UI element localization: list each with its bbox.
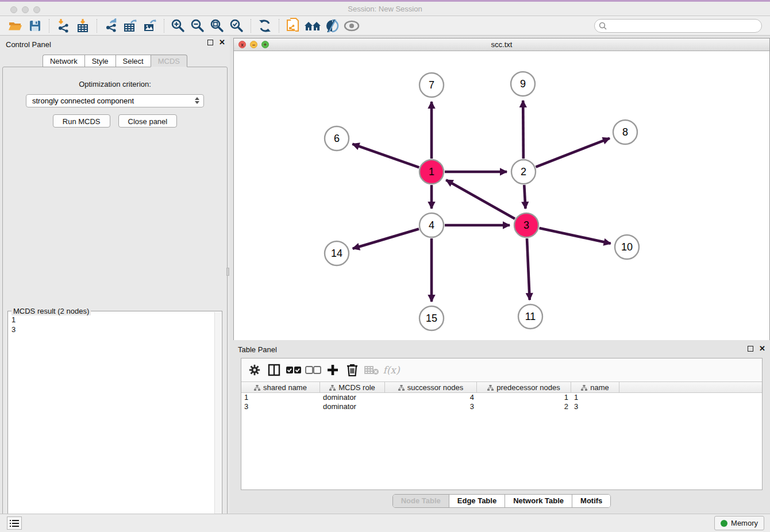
criterion-value: strongly connected component: [32, 97, 134, 105]
node-15[interactable]: 15: [419, 306, 444, 330]
deselect-all-icon[interactable]: [305, 361, 322, 379]
control-panel-header: Control Panel ✕: [0, 36, 230, 53]
new-network-from-selection-icon[interactable]: [283, 18, 303, 34]
add-row-icon[interactable]: [324, 361, 341, 379]
table-cell[interactable]: 3: [571, 402, 619, 411]
svg-text:15: 15: [426, 313, 437, 324]
node-10[interactable]: 10: [615, 235, 639, 259]
criterion-select[interactable]: strongly connected component: [26, 94, 204, 107]
first-neighbors-icon[interactable]: [303, 18, 322, 34]
select-arrows-icon: [195, 97, 199, 104]
edge-2-3[interactable]: [524, 185, 525, 209]
node-table: shared nameMCDS rolesuccessor nodesprede…: [241, 381, 762, 411]
close-panel-icon[interactable]: ✕: [219, 40, 225, 45]
open-session-icon[interactable]: [6, 18, 25, 34]
node-table-header-row: shared nameMCDS rolesuccessor nodesprede…: [241, 382, 762, 393]
search-input[interactable]: [594, 19, 762, 33]
close-table-panel-icon[interactable]: ✕: [759, 346, 765, 352]
memory-button[interactable]: Memory: [714, 516, 764, 530]
select-all-icon[interactable]: [285, 361, 302, 379]
node-6[interactable]: 6: [325, 126, 349, 151]
svg-text:10: 10: [621, 241, 633, 253]
table-tab-edge-table[interactable]: Edge Table: [449, 495, 505, 507]
edge-1-6[interactable]: [352, 144, 419, 168]
control-panel-title: Control Panel: [6, 40, 51, 49]
table-row[interactable]: 1dominator411: [241, 393, 762, 402]
node-3[interactable]: 3: [514, 213, 538, 237]
node-14[interactable]: 14: [325, 241, 349, 265]
node-2[interactable]: 2: [511, 160, 536, 184]
table-cell[interactable]: 3: [241, 402, 320, 411]
column-header-MCDS-role[interactable]: MCDS role: [320, 382, 385, 393]
node-1[interactable]: 1: [419, 160, 444, 184]
table-tab-node-table[interactable]: Node Table: [393, 495, 449, 507]
close-panel-button[interactable]: Close panel: [118, 114, 178, 128]
table-cell[interactable]: 1: [241, 393, 320, 402]
import-network-icon[interactable]: [53, 18, 73, 34]
table-row[interactable]: 3dominator323: [241, 402, 762, 411]
node-9[interactable]: 9: [511, 72, 535, 96]
zoom-fit-icon[interactable]: [207, 18, 227, 34]
table-cell[interactable]: 1: [571, 393, 619, 402]
table-cell[interactable]: 4: [385, 393, 477, 402]
edge-2-8[interactable]: [536, 138, 610, 167]
node-8[interactable]: 8: [613, 120, 637, 144]
float-panel-icon[interactable]: [207, 40, 213, 45]
export-network-icon[interactable]: [101, 18, 121, 34]
edge-4-14[interactable]: [353, 229, 419, 249]
table-cell[interactable]: dominator: [320, 402, 385, 411]
network-window-titlebar[interactable]: x – + scc.txt: [234, 38, 769, 51]
edge-3-1[interactable]: [446, 180, 515, 218]
tab-style[interactable]: Style: [84, 55, 116, 67]
mcds-panel: Optimization criterion: strongly connect…: [2, 67, 228, 532]
table-tabs: Node TableEdge TableNetwork TableMotifs: [233, 494, 770, 508]
node-11[interactable]: 11: [518, 304, 542, 329]
table-cell[interactable]: 1: [477, 393, 571, 402]
delete-row-icon[interactable]: [344, 361, 361, 379]
workspace: x – + scc.txt 7968124314101511 Table Pan…: [230, 36, 770, 514]
mcds-result-text[interactable]: 1 3: [9, 315, 214, 525]
column-header-shared-name[interactable]: shared name: [241, 382, 320, 393]
svg-text:8: 8: [622, 126, 628, 138]
column-header-successor-nodes[interactable]: successor nodes: [385, 382, 477, 393]
export-table-icon[interactable]: [121, 18, 140, 34]
zoom-out-icon[interactable]: [188, 18, 207, 34]
edge-3-11[interactable]: [527, 238, 530, 300]
table-cell[interactable]: 3: [385, 402, 477, 411]
column-header-predecessor-nodes[interactable]: predecessor nodes: [477, 382, 571, 393]
vertical-splitter-handle[interactable]: [226, 268, 229, 276]
node-table-container: f(x) shared nameMCDS rolesuccessor nodes…: [241, 358, 763, 490]
float-table-panel-icon[interactable]: [748, 346, 753, 352]
show-hide-icon[interactable]: [342, 18, 361, 34]
edge-2-9[interactable]: [523, 101, 523, 159]
zoom-selected-icon[interactable]: [227, 18, 247, 34]
tab-select[interactable]: Select: [116, 55, 151, 67]
run-mcds-button[interactable]: Run MCDS: [53, 114, 110, 128]
table-toolbar: f(x): [241, 358, 762, 381]
node-7[interactable]: 7: [419, 73, 444, 97]
node-4[interactable]: 4: [419, 213, 444, 237]
mcds-result-scrollbar[interactable]: [214, 312, 221, 526]
hierarchy-icon: [487, 385, 494, 391]
network-canvas[interactable]: 7968124314101511: [234, 51, 769, 340]
column-visibility-icon[interactable]: [265, 361, 283, 379]
export-image-icon[interactable]: [140, 18, 160, 34]
import-table-icon[interactable]: [73, 18, 93, 34]
refresh-icon[interactable]: [255, 18, 275, 34]
task-history-button[interactable]: [7, 516, 22, 530]
tab-network[interactable]: Network: [43, 55, 84, 67]
zoom-in-icon[interactable]: [168, 18, 188, 34]
table-cell[interactable]: dominator: [320, 393, 385, 402]
save-session-icon[interactable]: [25, 18, 45, 34]
control-panel: Control Panel ✕ NetworkStyleSelectMCDS O…: [0, 36, 230, 514]
function-builder-icon: f(x): [383, 361, 400, 379]
table-cell[interactable]: 2: [477, 402, 571, 411]
table-tab-network-table[interactable]: Network Table: [505, 495, 572, 507]
toggle-graphics-details-icon[interactable]: [322, 18, 342, 34]
tab-mcds[interactable]: MCDS: [151, 55, 187, 67]
edge-3-10[interactable]: [539, 228, 610, 244]
window-title: Session: New Session: [0, 5, 770, 13]
table-tab-motifs[interactable]: Motifs: [572, 495, 610, 507]
settings-icon[interactable]: [246, 361, 263, 379]
column-header-name[interactable]: name: [571, 382, 619, 393]
